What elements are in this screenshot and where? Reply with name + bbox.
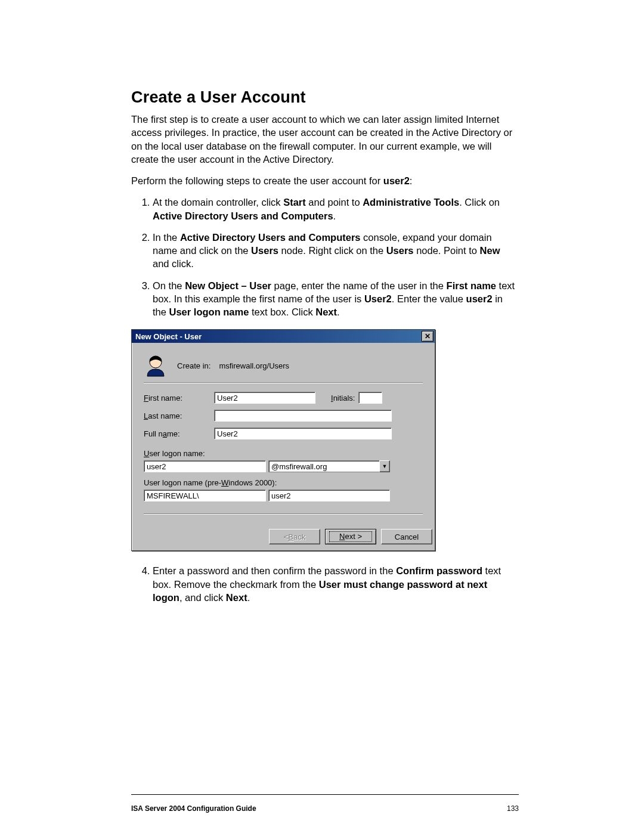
footer-title: ISA Server 2004 Configuration Guide: [131, 804, 507, 813]
divider: [144, 513, 423, 515]
perform-line: Perform the following steps to create th…: [131, 174, 519, 187]
full-name-label: Full name:: [144, 429, 214, 438]
pre2k-name-input[interactable]: [268, 490, 390, 501]
create-in-label: Create in:: [177, 361, 210, 370]
step-3: On the New Object – User page, enter the…: [153, 279, 519, 319]
first-name-input[interactable]: [214, 392, 315, 404]
step-1: At the domain controller, click Start an…: [153, 196, 519, 222]
back-button[interactable]: < Back: [269, 529, 320, 544]
domain-dropdown[interactable]: @msfirewall.org ▼: [268, 460, 390, 472]
section-heading: Create a User Account: [131, 88, 519, 107]
new-user-dialog: New Object - User ✕ Create in:: [131, 329, 435, 551]
user-head-icon: [144, 354, 168, 377]
initials-label: Initials:: [331, 394, 355, 402]
step-4: Enter a password and then confirm the pa…: [153, 564, 519, 604]
close-icon: ✕: [425, 333, 431, 340]
page-footer: ISA Server 2004 Configuration Guide 133: [131, 804, 519, 813]
logon-name-input[interactable]: [144, 460, 266, 472]
first-name-label: First name:: [144, 394, 214, 402]
initials-input[interactable]: [358, 392, 382, 404]
perform-text: Perform the following steps to create th…: [131, 175, 383, 186]
next-button[interactable]: Next >: [325, 529, 376, 544]
last-name-label: Last name:: [144, 411, 214, 420]
steps-list-cont: Enter a password and then confirm the pa…: [131, 564, 519, 604]
logon-pre2k-label: User logon name (pre-Windows 2000):: [144, 478, 423, 487]
create-in-path: msfirewall.org/Users: [219, 361, 289, 370]
step-2: In the Active Directory Users and Comput…: [153, 231, 519, 271]
steps-list: At the domain controller, click Start an…: [131, 196, 519, 318]
last-name-input[interactable]: [214, 410, 392, 422]
dialog-title: New Object - User: [135, 332, 422, 341]
titlebar: New Object - User ✕: [132, 330, 435, 343]
user-icon: [144, 354, 168, 377]
chevron-down-icon[interactable]: ▼: [379, 460, 390, 472]
logon-name-label: User logon name:: [144, 449, 423, 458]
pre2k-domain-input[interactable]: [144, 490, 266, 501]
footer-rule: [131, 794, 519, 795]
cancel-button[interactable]: Cancel: [381, 529, 432, 544]
perform-colon: :: [410, 175, 413, 186]
divider: [144, 382, 423, 383]
intro-paragraph: The first step is to create a user accou…: [131, 113, 519, 166]
dialog-screenshot: New Object - User ✕ Create in:: [131, 329, 519, 551]
domain-dropdown-value: @msfirewall.org: [268, 460, 379, 472]
footer-page: 133: [507, 804, 519, 813]
perform-user: user2: [383, 175, 410, 186]
close-button[interactable]: ✕: [422, 331, 434, 342]
full-name-input[interactable]: [214, 428, 392, 439]
